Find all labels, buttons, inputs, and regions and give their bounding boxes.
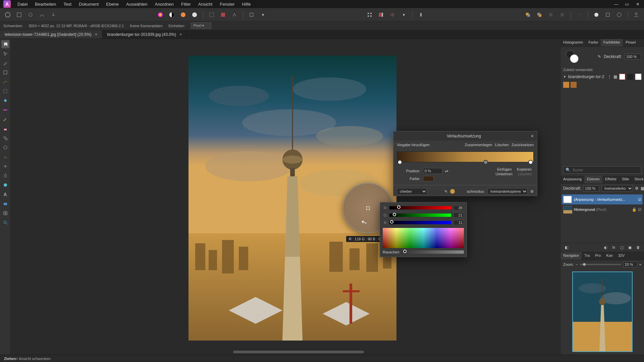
menu-ebene[interactable]: Ebene	[103, 1, 122, 8]
mesh-warp-icon[interactable]	[1, 209, 9, 217]
lock-icon[interactable]: 🔒	[632, 207, 637, 212]
layer-opacity-input[interactable]	[583, 185, 599, 191]
tab-32v[interactable]: 32V	[615, 252, 628, 260]
dropdown-arrow-icon[interactable]: ▾	[399, 10, 408, 19]
tab-farbe[interactable]: Farbe	[586, 39, 601, 47]
flood-fill-icon[interactable]	[1, 97, 9, 105]
search-input[interactable]	[573, 168, 639, 172]
gradient-tool-icon[interactable]	[1, 106, 9, 114]
levels-adjust-icon[interactable]	[190, 10, 199, 19]
swatch-1[interactable]	[619, 74, 625, 80]
eyedropper-icon[interactable]: ✎	[444, 189, 447, 194]
visibility-checkbox[interactable]: ☑	[638, 197, 641, 202]
delete-stop-button[interactable]: Löschen	[516, 171, 534, 177]
preferences-icon[interactable]	[603, 10, 612, 19]
tab-navigator[interactable]: Navigator	[560, 252, 582, 260]
foreground-background-color[interactable]	[566, 50, 579, 63]
clone-brush-icon[interactable]	[1, 134, 9, 142]
grid-icon[interactable]: ▦	[613, 74, 617, 79]
gradient-stop-end[interactable]	[528, 160, 533, 165]
color-wheel-icon[interactable]	[156, 10, 165, 19]
color-circle-icon[interactable]	[450, 189, 455, 194]
erase-brush-icon[interactable]	[1, 125, 9, 133]
menu-ansicht[interactable]: Ansicht	[195, 1, 216, 8]
recent-swatch-2[interactable]	[571, 82, 577, 88]
zoom-slider[interactable]	[580, 264, 621, 265]
dropdown-arrow-icon[interactable]: ▾	[259, 10, 267, 19]
gear-icon[interactable]: ⚙	[635, 186, 639, 191]
arrange-back-icon[interactable]	[535, 10, 544, 19]
r-slider[interactable]	[389, 206, 451, 209]
move-back-icon[interactable]	[558, 10, 567, 19]
close-tab-icon[interactable]: ×	[95, 32, 98, 37]
tab-farbfelder[interactable]: Farbfelder	[601, 39, 623, 47]
quick-mask-icon[interactable]	[219, 10, 227, 19]
swatch-2[interactable]	[627, 74, 633, 80]
reset-link[interactable]: Zurücksetzen	[512, 143, 534, 147]
menu-hilfe[interactable]: Hilfe	[239, 1, 254, 8]
zoom-tool-icon[interactable]	[1, 219, 9, 227]
selection-brush-icon[interactable]	[1, 78, 9, 86]
gradient-stop-mid[interactable]	[483, 160, 488, 165]
add-adjustment-icon[interactable]: ◐	[602, 244, 609, 250]
zoom-in-icon[interactable]: +	[639, 262, 641, 266]
options-icon[interactable]: ⋮	[607, 74, 611, 79]
rectangle-tool-icon[interactable]	[1, 200, 9, 208]
refine-selection-icon[interactable]	[230, 10, 239, 19]
color-swatch[interactable]	[423, 176, 434, 181]
tab-ebenen[interactable]: Ebenen	[584, 176, 602, 183]
r-value[interactable]	[453, 205, 464, 210]
delete-layer-icon[interactable]: 🗑	[635, 244, 641, 250]
menu-auswaehlen[interactable]: Auswählen	[123, 1, 151, 8]
gradient-stop-start[interactable]	[397, 160, 402, 165]
g-value[interactable]	[453, 213, 464, 218]
paint-brush-icon[interactable]	[1, 115, 9, 123]
visibility-checkbox[interactable]: ☑	[638, 207, 641, 212]
menu-fenster[interactable]: Fenster	[216, 1, 238, 8]
split-view-icon[interactable]	[377, 10, 385, 19]
move-tool-icon[interactable]	[1, 50, 9, 58]
tab-histogramm[interactable]: Histogramm	[560, 39, 586, 47]
liquify-persona-icon[interactable]	[15, 10, 23, 19]
dodge-brush-icon[interactable]	[1, 143, 9, 152]
b-value[interactable]	[453, 220, 464, 225]
close-dialog-icon[interactable]: ×	[531, 133, 534, 139]
tab-anpassung[interactable]: Anpassung	[560, 176, 584, 183]
gradient-bar[interactable]	[397, 152, 534, 162]
photo-persona-icon[interactable]	[3, 10, 12, 19]
menu-dokument[interactable]: Dokument	[75, 1, 102, 8]
search-box[interactable]: 🔍	[563, 166, 641, 174]
spectrum-picker[interactable]	[383, 228, 464, 248]
merge-link[interactable]: Zusammenlegen	[465, 143, 492, 147]
b-slider[interactable]	[389, 221, 451, 224]
tab-protocol[interactable]: Pro	[592, 252, 603, 260]
menu-text[interactable]: Text	[60, 1, 75, 8]
layer-menu-icon[interactable]: ▦	[641, 186, 644, 191]
menu-datei[interactable]: Datei	[14, 1, 31, 8]
units-dropdown[interactable]: Pixel ▾	[191, 22, 211, 29]
position-input[interactable]	[423, 168, 442, 174]
add-preset-link[interactable]: Vorgabe hinzufügen	[397, 143, 430, 147]
paint-mixer-icon[interactable]	[1, 181, 9, 189]
document-tab-1[interactable]: television-tower-7244801.jpg [Geändert] …	[0, 30, 102, 39]
layer-background[interactable]: Hintergrund (Pixel) 🔒☑	[562, 204, 643, 215]
hsl-adjust-icon[interactable]	[179, 10, 187, 19]
healing-brush-icon[interactable]	[1, 162, 9, 170]
color-picker-tool-icon[interactable]	[1, 59, 9, 67]
tab-stile[interactable]: Stile	[619, 176, 632, 183]
eyedropper-icon[interactable]: ✎	[598, 54, 601, 59]
g-slider[interactable]	[389, 214, 451, 217]
layer-blend-select[interactable]: Ineinanderko	[601, 185, 633, 192]
help-icon[interactable]	[615, 10, 624, 19]
zoom-input[interactable]	[623, 261, 637, 267]
canvas[interactable]: ↖ R : 118 G : 90 B : 60 Verlaufsumsetzun…	[11, 39, 560, 355]
pen-tool-icon[interactable]	[1, 172, 9, 180]
menu-filter[interactable]: Filter	[178, 1, 194, 8]
close-tab-icon[interactable]: ×	[179, 32, 182, 37]
add-layer-icon[interactable]: ▣	[627, 244, 633, 250]
info-icon[interactable]	[417, 10, 425, 19]
tab-pinsel[interactable]: Pinsel	[623, 39, 638, 47]
horizontal-scrollbar[interactable]	[24, 350, 547, 354]
arrange-front-icon[interactable]	[524, 10, 532, 19]
view-tool-icon[interactable]	[1, 40, 9, 48]
